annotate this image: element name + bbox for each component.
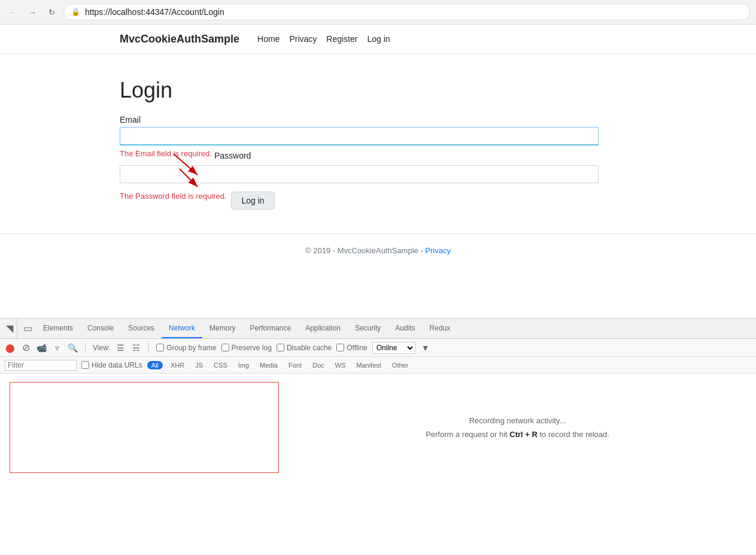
site-brand: MvcCookieAuthSample (120, 33, 239, 46)
filter-xhr[interactable]: XHR (168, 361, 187, 369)
filter-js[interactable]: JS (192, 361, 206, 369)
tab-application[interactable]: Application (298, 319, 348, 338)
filter-img[interactable]: Img (235, 361, 252, 369)
tab-performance[interactable]: Performance (242, 319, 298, 338)
devtools-body: Recording network activity... Perform a … (0, 374, 756, 481)
password-label: Password (214, 151, 251, 160)
network-status-text: Recording network activity... Perform a … (279, 374, 756, 481)
filter-media[interactable]: Media (257, 361, 281, 369)
login-area: Login Email The Email field is required.… (0, 54, 756, 233)
devtools-filter-bar: Hide data URLs All XHR JS CSS Img Media … (0, 357, 756, 374)
view-tree-icon[interactable]: ☵ (130, 342, 141, 353)
filter-all[interactable]: All (147, 361, 163, 369)
group-by-frame-text: Group by frame (166, 344, 216, 352)
reload-hint-text: Perform a request or hit Ctrl + R to rec… (426, 430, 609, 439)
filter-manifest[interactable]: Manifest (353, 361, 384, 369)
tab-network[interactable]: Network (162, 319, 202, 338)
site-footer: © 2019 - MvcCookieAuthSample - Privacy (0, 233, 756, 267)
footer-text: © 2019 - MvcCookieAuthSample - (305, 246, 423, 255)
disable-cache-checkbox[interactable] (277, 344, 284, 351)
group-by-frame-checkbox[interactable] (156, 344, 164, 351)
offline-checkbox[interactable] (336, 344, 344, 351)
throttle-dropdown-icon[interactable]: ▼ (420, 342, 431, 353)
email-form-group: Email (120, 115, 599, 145)
nav-login[interactable]: Log in (367, 32, 390, 46)
clear-button[interactable]: ⊘ (20, 342, 31, 353)
password-input[interactable] (120, 165, 599, 183)
search-icon[interactable]: 🔍 (67, 342, 78, 353)
refresh-button[interactable]: ↻ (44, 5, 59, 19)
disable-cache-label[interactable]: Disable cache (277, 344, 332, 352)
record-button[interactable]: ⬤ (5, 342, 16, 353)
back-button[interactable]: ← (6, 5, 20, 19)
devtools-device-icon[interactable]: ▭ (20, 319, 36, 338)
tab-console[interactable]: Console (80, 319, 121, 338)
site-navbar: MvcCookieAuthSample Home Privacy Registe… (0, 25, 756, 54)
page-content: MvcCookieAuthSample Home Privacy Registe… (0, 25, 756, 318)
group-by-frame-label[interactable]: Group by frame (156, 344, 216, 352)
disable-cache-text: Disable cache (287, 344, 332, 352)
tab-security[interactable]: Security (348, 319, 388, 338)
tab-elements[interactable]: Elements (36, 319, 80, 338)
nav-home[interactable]: Home (257, 32, 280, 46)
network-empty-box (10, 382, 279, 473)
view-label: View: (93, 344, 110, 352)
lock-icon: 🔒 (71, 8, 80, 16)
devtools-inspect-icon[interactable]: ◥ (2, 319, 17, 338)
separator-2 (148, 342, 149, 353)
devtools-panel: ◥ ▭ Elements Console Sources Network Mem… (0, 318, 756, 481)
password-form-group (120, 165, 599, 183)
email-error: The Email field is required. (120, 149, 212, 158)
tab-memory[interactable]: Memory (202, 319, 242, 338)
email-label: Email (120, 115, 599, 125)
filter-doc[interactable]: Doc (309, 361, 327, 369)
preserve-log-checkbox[interactable] (221, 344, 229, 351)
nav-register[interactable]: Register (326, 32, 357, 46)
login-title: Login (120, 78, 636, 103)
annotation-area: Email The Email field is required. Passw… (120, 115, 599, 210)
tab-audits[interactable]: Audits (388, 319, 422, 338)
screenshot-icon[interactable]: 📹 (36, 342, 47, 353)
filter-font[interactable]: Font (286, 361, 305, 369)
hide-data-urls-checkbox[interactable] (81, 361, 89, 369)
preserve-log-text: Preserve log (232, 344, 272, 352)
throttle-select[interactable]: Online Fast 3G Slow 3G Offline (372, 342, 415, 354)
login-button[interactable]: Log in (231, 192, 274, 210)
address-bar[interactable]: 🔒 https://localhost:44347/Account/Login (63, 4, 750, 20)
view-list-icon[interactable]: ☰ (115, 342, 126, 353)
hide-data-urls-label[interactable]: Hide data URLs (81, 361, 142, 369)
devtools-toolbar: ⬤ ⊘ 📹 ▿ 🔍 View: ☰ ☵ Group by frame Prese… (0, 339, 756, 357)
filter-css[interactable]: CSS (211, 361, 230, 369)
email-input[interactable] (120, 127, 599, 145)
nav-privacy[interactable]: Privacy (289, 32, 317, 46)
browser-chrome: ← → ↻ 🔒 https://localhost:44347/Account/… (0, 0, 756, 25)
tab-sources[interactable]: Sources (121, 319, 162, 338)
devtools-tabs: ◥ ▭ Elements Console Sources Network Mem… (0, 319, 756, 339)
url-text: https://localhost:44347/Account/Login (85, 7, 224, 17)
footer-privacy-link[interactable]: Privacy (425, 246, 451, 255)
nav-links: Home Privacy Register Log in (257, 32, 390, 46)
offline-text: Offline (347, 344, 367, 352)
filter-ws[interactable]: WS (332, 361, 349, 369)
filter-input[interactable] (5, 360, 77, 371)
filter-other[interactable]: Other (389, 361, 412, 369)
password-error: The Password field is required. (120, 192, 226, 201)
recording-text: Recording network activity... (469, 416, 566, 425)
filter-icon[interactable]: ▿ (51, 342, 62, 353)
tab-redux[interactable]: Redux (423, 319, 458, 338)
shortcut-text: Ctrl + R (509, 430, 538, 439)
preserve-log-label[interactable]: Preserve log (221, 344, 272, 352)
offline-label[interactable]: Offline (336, 344, 367, 352)
hide-data-urls-text: Hide data URLs (92, 361, 142, 369)
forward-button[interactable]: → (25, 5, 40, 19)
separator-1 (85, 342, 86, 353)
